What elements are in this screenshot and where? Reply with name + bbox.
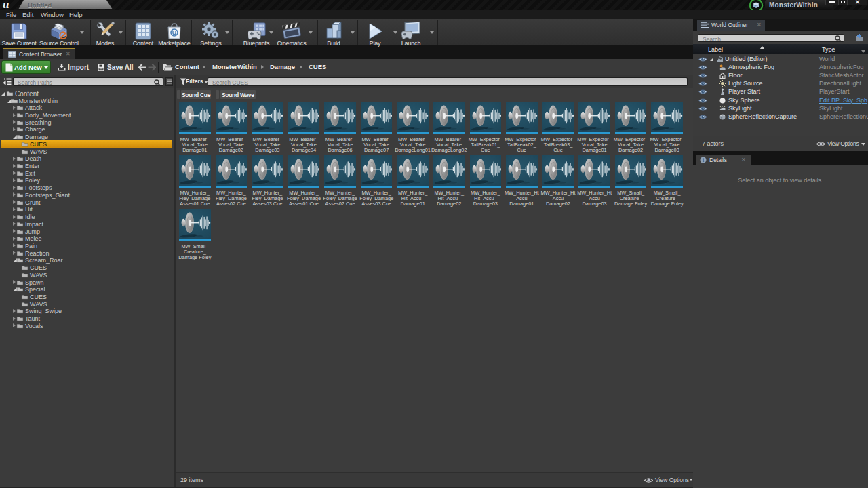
svg-text:i: i <box>703 157 704 163</box>
